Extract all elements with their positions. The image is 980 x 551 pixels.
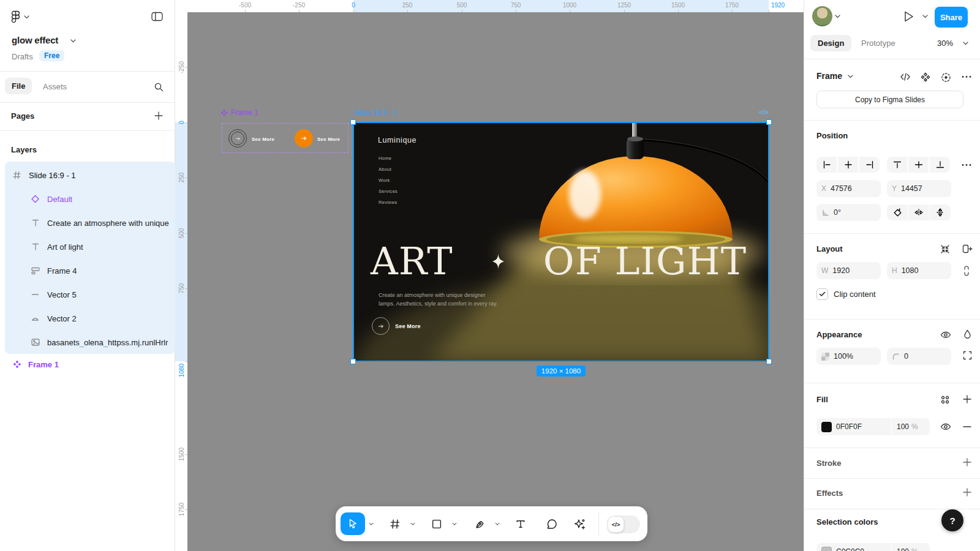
add-auto-layout-icon[interactable] xyxy=(962,244,973,254)
visibility-eye-icon[interactable] xyxy=(940,331,951,339)
detach-instance-icon[interactable] xyxy=(941,72,951,83)
toggle-panel-icon[interactable] xyxy=(151,12,163,21)
layer-row-vector2[interactable]: Vector 2 xyxy=(0,306,175,330)
frame-tool[interactable] xyxy=(390,519,401,529)
text-tool[interactable] xyxy=(516,519,526,529)
layer-row-frame1[interactable]: Frame 1 xyxy=(0,355,175,373)
selection-color-swatch[interactable] xyxy=(821,547,832,551)
tab-design[interactable]: Design xyxy=(810,35,851,51)
width-field[interactable]: W 1920 xyxy=(816,262,881,279)
dev-mode-toggle[interactable]: </> xyxy=(608,515,640,533)
actions-ai-tool[interactable] xyxy=(574,518,586,530)
layer-row-text-1[interactable]: Create an atmosphere with unique xyxy=(0,211,175,234)
height-field[interactable]: H 1080 xyxy=(887,262,951,279)
present-play-icon[interactable] xyxy=(903,10,914,23)
align-horizontal-center-button[interactable] xyxy=(838,157,858,173)
tab-prototype[interactable]: Prototype xyxy=(861,39,895,48)
remove-fill-icon[interactable] xyxy=(963,425,971,428)
layer-row-text-2[interactable]: Art of light xyxy=(0,234,175,258)
figma-menu-icon[interactable] xyxy=(11,10,20,23)
blend-droplet-icon[interactable] xyxy=(963,329,972,340)
layer-row-default[interactable]: Default xyxy=(0,187,175,211)
selection-color-opacity-field[interactable]: 100 % xyxy=(892,543,930,551)
rotate-button[interactable] xyxy=(887,204,908,220)
resize-to-fit-icon[interactable] xyxy=(940,244,950,254)
add-fill-icon[interactable] xyxy=(963,395,971,403)
layer-row-slide[interactable]: Slide 16:9 - 1 xyxy=(0,163,175,187)
resize-handle-nw[interactable] xyxy=(350,119,356,125)
resize-handle-se[interactable] xyxy=(766,359,772,364)
zoom-chevron-icon[interactable] xyxy=(963,42,968,45)
selection-color-field[interactable]: C0C0C0 xyxy=(816,543,891,551)
dev-mode-knob[interactable]: </> xyxy=(608,516,624,533)
search-icon[interactable] xyxy=(154,82,164,92)
flip-vertical-button[interactable] xyxy=(930,204,951,220)
frame-code-badge[interactable]: </> xyxy=(759,108,769,116)
x-position-field[interactable]: X 47576 xyxy=(816,180,881,197)
fill-color-swatch[interactable] xyxy=(821,422,832,432)
create-component-icon[interactable] xyxy=(921,72,930,82)
help-button[interactable]: ? xyxy=(941,509,963,531)
clip-content-checkbox[interactable] xyxy=(816,288,828,300)
move-tool[interactable] xyxy=(341,512,365,535)
fill-opacity-field[interactable]: 100 % xyxy=(892,418,930,435)
more-align-icon[interactable] xyxy=(961,160,972,170)
file-menu-chevron-icon[interactable] xyxy=(24,15,29,19)
align-right-button[interactable] xyxy=(859,157,880,173)
pen-tool[interactable] xyxy=(475,519,486,529)
add-stroke-icon[interactable] xyxy=(963,458,971,467)
avatar[interactable] xyxy=(812,6,832,26)
copy-to-slides-button[interactable]: Copy to Figma Slides xyxy=(816,91,963,108)
ruler-horizontal[interactable]: -500 -250 0 250 500 750 1000 1250 1500 1… xyxy=(175,0,804,12)
file-name[interactable]: glow effect xyxy=(12,35,58,45)
selection-type-chevron-icon[interactable] xyxy=(848,75,853,78)
shape-tool[interactable] xyxy=(432,519,442,529)
add-page-icon[interactable] xyxy=(154,111,163,120)
comment-tool[interactable] xyxy=(546,519,557,530)
layer-row-vector5[interactable]: Vector 5 xyxy=(0,282,175,306)
layer-row-frame4[interactable]: Frame 4 xyxy=(0,258,175,282)
expand-independent-corners-icon[interactable] xyxy=(963,351,972,360)
align-bottom-button[interactable] xyxy=(930,157,950,173)
add-effect-icon[interactable] xyxy=(963,488,971,497)
rotation-field[interactable]: 0° xyxy=(816,204,881,221)
align-top-button[interactable] xyxy=(887,157,907,173)
slide-frame-label[interactable]: Slide 16:9 - 1 xyxy=(354,108,398,117)
canvas[interactable]: Frame 1 See More See More Slide 16:9 - 1… xyxy=(175,0,804,551)
fill-visibility-icon[interactable] xyxy=(940,422,951,431)
align-left-button[interactable] xyxy=(816,157,837,173)
move-tool-chevron-icon[interactable] xyxy=(369,522,374,525)
component-frame[interactable]: See More See More xyxy=(222,123,349,153)
file-name-chevron-icon[interactable] xyxy=(70,39,76,43)
code-icon[interactable] xyxy=(900,72,911,81)
shape-tool-chevron-icon[interactable] xyxy=(452,522,457,525)
more-options-icon[interactable] xyxy=(961,72,972,81)
component-frame-label[interactable]: Frame 1 xyxy=(221,108,258,117)
share-button[interactable]: Share xyxy=(935,7,968,28)
styles-icon[interactable] xyxy=(940,395,950,405)
align-vertical-center-button[interactable] xyxy=(908,157,929,173)
corner-radius-field[interactable]: 0 xyxy=(887,348,951,365)
resize-handle-ne[interactable] xyxy=(766,119,772,125)
file-location[interactable]: Drafts xyxy=(12,52,33,61)
layer-row-image[interactable]: basanets_olena_httpss.mj.runlHrlr xyxy=(0,330,175,354)
tab-file[interactable]: File xyxy=(5,78,32,94)
present-chevron-icon[interactable] xyxy=(922,15,928,18)
opacity-field[interactable]: 100% xyxy=(816,348,881,365)
selection-type[interactable]: Frame xyxy=(816,71,842,81)
constrain-proportions-icon[interactable] xyxy=(962,265,971,277)
clip-content-label[interactable]: Clip content xyxy=(834,290,876,299)
flip-horizontal-button[interactable] xyxy=(908,204,929,220)
slide-frame[interactable]: Luminique Home About Work Services Revie… xyxy=(353,122,769,361)
fill-color-field[interactable]: 0F0F0F xyxy=(816,418,891,435)
account-chevron-icon[interactable] xyxy=(835,15,840,18)
pen-tool-chevron-icon[interactable] xyxy=(495,522,500,525)
see-more-solid-button[interactable] xyxy=(295,129,313,148)
zoom-level[interactable]: 30% xyxy=(937,39,953,48)
ruler-vertical[interactable]: -250 0 250 500 750 1080 1500 1750 xyxy=(175,12,187,551)
frame-tool-chevron-icon[interactable] xyxy=(410,522,415,525)
resize-handle-sw[interactable] xyxy=(350,359,356,364)
y-position-field[interactable]: Y 14457 xyxy=(887,180,951,197)
see-more-outline-button[interactable] xyxy=(228,129,247,148)
tab-assets[interactable]: Assets xyxy=(43,82,67,91)
